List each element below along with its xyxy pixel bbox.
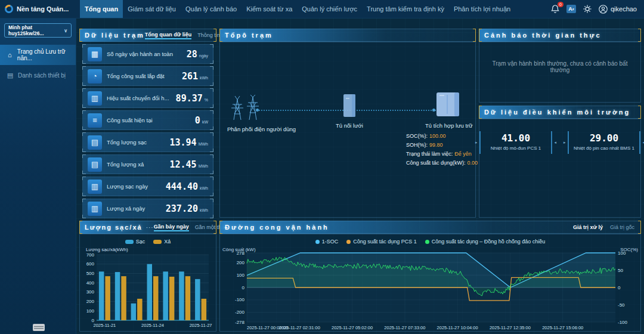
environment-body: ▸ 41.00 Nhiệt độ mô-đun PCS 1 ◂ ▸ 29.00 … [479,119,641,218]
svg-text:2025-11-27 07:33:00: 2025-11-27 07:33:00 [384,325,425,330]
charge-chart-body: Sạc Xả Lượng sạc/xả(kWh) 010020030040050… [79,234,216,332]
metric-daily-charge: ▥ Lượng sạc ngày 444.40 kWh [82,177,213,196]
language-icon[interactable]: Az [566,5,576,13]
legend-xa[interactable]: Xả [153,239,171,245]
tab-quan-ly-canh-bao[interactable]: Quản lý cảnh báo [181,0,242,18]
svg-text:2025-11-21: 2025-11-21 [93,323,116,328]
node-grid-cabinet[interactable]: Tủ nối lưới [330,94,369,129]
environment-panel: Dữ liệu điều khiển môi trường ▸ 41.00 Nh… [479,106,641,218]
svg-text:2025-11-27: 2025-11-27 [190,323,212,328]
env-stat-pcs-temp: ▸ 41.00 Nhiệt độ mô-đun PCS 1 ◂ [479,131,552,154]
soc-value: 100.00 [429,133,446,139]
svg-text:SOC(%): SOC(%) [620,247,638,252]
tab-giam-sat-du-lieu[interactable]: Giám sát dữ liệu [123,0,181,18]
svg-text:700: 700 [86,252,95,258]
main-nav: Tổng quan Giám sát dữ liệu Quản lý cảnh … [80,0,515,18]
svg-text:200: 200 [237,260,245,265]
top-bar: Nền tảng Quản... Tổng quan Giám sát dữ l… [0,0,644,18]
topology-panel: Tổpô trạm Phân phối điện người dùng Tủ n… [219,29,476,218]
device-list-icon: ▤ [7,72,14,79]
notification-bell-icon[interactable]: 0 [551,5,559,14]
svg-text:2025-11-27 12:35:00: 2025-11-27 12:35:00 [490,325,531,330]
line-chart-svg: 2782001000-100-200-278100500-50-1002025-… [220,246,640,332]
panel-title: Lượng sạc/xả [80,224,143,231]
floating-widget-icon[interactable] [33,324,45,331]
metric-total-charge: ▤ Tổng lượng sạc 13.94 MWh [82,132,213,152]
xa-swatch [153,240,162,244]
svg-text:400: 400 [86,280,95,286]
storage-cabinet-icon [435,91,460,117]
svg-text:300: 300 [86,289,95,295]
node-storage-cabinet[interactable]: Tủ tích hợp lưu trữ [425,91,470,129]
metric-conversion-efficiency: ▥ Hiệu suất chuyển đổi h... 89.37 % [82,88,213,108]
metric-total-discharge: ▤ Tổng lượng xả 12.45 MWh [82,154,213,174]
tab-trung-tam-kiem-tra-dinh-ky[interactable]: Trung tâm kiểm tra định kỳ [362,0,449,18]
meter-dot [425,240,429,244]
topology-header: Tổpô trạm [219,29,476,42]
station-data-header: Dữ liệu trạm Tổng quan dữ liệu Thông tin… [79,29,216,42]
svg-text:2025-11-27 10:04:00: 2025-11-27 10:04:00 [437,325,478,330]
legend-pcs-power[interactable]: Công suất tác dụng PCS 1 [346,239,417,245]
legend-soc[interactable]: 1-SOC [315,239,339,245]
alarm-body: Trạm vận hành bình thường, chưa có cảnh … [479,42,641,103]
username: qikechao [611,5,637,13]
more-icon[interactable]: ··· [146,224,154,231]
line-legend: 1-SOC Công suất tác dụng PCS 1 Công suất… [220,237,640,246]
sidebar-item-home[interactable]: ⌂ Trang chủ Lưu trữ năn... [0,45,76,65]
tab-quan-ly-chien-luoc[interactable]: Quản lý chiến lược [297,0,362,18]
settings-gear-icon[interactable] [583,5,592,13]
station-select-value: Minh phat huy125kw/26... [8,24,64,36]
svg-text:200: 200 [86,299,95,304]
marker-icon: ▸ [564,140,566,145]
charge-panel-header: Lượng sạc/xả ··· Gần bảy ngày Gần một th… [79,221,216,234]
svg-text:600: 600 [86,261,95,267]
svg-text:-100: -100 [618,320,628,325]
legend-sac[interactable]: Sạc [125,239,145,245]
alarm-empty-text: Trạm vận hành bình thường, chưa có cảnh … [479,60,640,73]
tab-data-overview[interactable]: Tổng quan dữ liệu [145,32,192,39]
svg-text:2025-11-27 02:31:00: 2025-11-27 02:31:00 [279,325,320,330]
notification-badge: 0 [558,2,564,7]
svg-text:500: 500 [86,271,95,276]
svg-text:100: 100 [237,273,245,278]
logo: Nền tảng Quản... [0,0,80,18]
storage-stats: SOC(%):100.00 SOH(%):99.80 Trạng thái là… [406,132,478,168]
tab-last-7-days[interactable]: Gần bảy ngày [154,224,189,231]
panel-title: Tổpô trạm [220,32,273,39]
tab-tong-quan[interactable]: Tổng quan [80,0,123,18]
topology-body: Phân phối điện người dùng Tủ nối lưới Tủ… [219,42,476,218]
svg-text:2025-11-27 15:06:00: 2025-11-27 15:06:00 [542,325,583,330]
gauge-icon: ◔ [88,69,102,84]
processed-value-button[interactable]: Giá trị xử lý [573,224,603,230]
tab-kiem-soat-tu-xa[interactable]: Kiểm soát từ xa [242,0,297,18]
metric-installed-capacity: ◔ Tổng công suất lắp đặt 261 kWh [82,66,213,86]
user-avatar-icon [599,5,608,14]
daily-charge-icon: ▥ [88,180,102,194]
raw-value-button[interactable]: Giá trị gốc [610,224,634,230]
sidebar-item-label: Trang chủ Lưu trữ năn... [17,48,76,61]
sidebar-item-device-list[interactable]: ▤ Danh sách thiết bị [0,65,76,85]
active-power-value: 0.00 [467,160,478,166]
panel-title: Dữ liệu điều khiển môi trường [479,109,630,116]
svg-text:0: 0 [242,285,245,290]
node-user-distribution[interactable]: Phân phối điện người dùng [227,95,265,132]
svg-text:-100: -100 [235,297,245,302]
legend-meter-power[interactable]: Công suất tác dụng – Đồng hồ chống đảo c… [425,239,546,245]
power-towers-icon [229,95,264,121]
app-title: Nền tảng Quản... [17,5,69,13]
station-data-panel: Dữ liệu trạm Tổng quan dữ liệu Thông tin… [79,29,216,218]
svg-text:2025-11-24: 2025-11-24 [141,323,164,328]
user-menu[interactable]: qikechao [599,5,637,14]
env-stat-bms-temp: ▸ 29.00 Nhiệt độ pin cao nhất BMS 1 ◂ [568,131,640,154]
station-metrics: ▦ Số ngày vận hành an toàn 28 ngày ◔ Tổn… [79,42,216,218]
chevron-down-icon: ∨ [64,28,67,33]
soh-value: 99.80 [429,142,443,148]
tab-phan-tich-loi-nhuan[interactable]: Phân tích lợi nhuận [449,0,515,18]
station-select[interactable]: Minh phat huy125kw/26... ∨ [4,23,72,38]
sidebar: Minh phat huy125kw/26... ∨ ⌂ Trang chủ L… [0,18,76,334]
topbar-actions: 0 Az qikechao [551,0,644,18]
curve-panel-header: Đường cong vận hành Giá trị xử lý Giá tr… [219,221,641,234]
logo-icon [4,4,14,14]
grid-cabinet-icon [342,94,357,117]
home-icon: ⌂ [7,51,13,58]
